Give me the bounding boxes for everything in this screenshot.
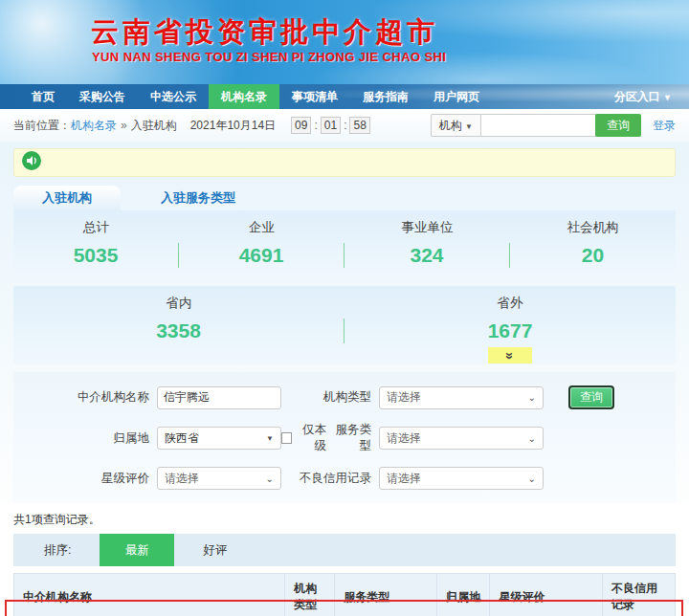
stat-label: 省内 [13, 295, 344, 312]
speaker-icon[interactable] [22, 151, 41, 174]
col-credit-record: 不良信用记录 [602, 574, 675, 616]
service-type-select[interactable]: 请选择 ⌄ [379, 427, 544, 450]
nav-item-selection[interactable]: 中选公示 [138, 84, 209, 109]
tab-registered-institutions[interactable]: 入驻机构 [13, 186, 121, 210]
nav-item-directory[interactable]: 机构名录 [209, 84, 279, 109]
stat-label: 事业单位 [344, 219, 510, 236]
breadcrumb-link-directory[interactable]: 机构名录 [71, 118, 117, 134]
sort-option-rating[interactable]: 好评 [203, 542, 227, 559]
chevron-down-icon: ▼ [266, 434, 274, 443]
nav-item-guide[interactable]: 服务指南 [350, 84, 421, 109]
sort-bar: 排序: 最新 好评 [13, 534, 676, 566]
region-select[interactable]: 陕西省 ▼ [157, 427, 281, 450]
announcement-bar [13, 148, 676, 177]
nav-item-userpage[interactable]: 用户网页 [421, 84, 492, 109]
stat-label: 总计 [13, 219, 179, 236]
breadcrumb-separator: » [121, 119, 127, 132]
star-rating-select[interactable]: 请选择 ⌄ [157, 467, 281, 490]
stat-total: 总计 5035 [13, 219, 179, 268]
only-local-label: 仅本级 [296, 422, 326, 454]
main-nav: 首页 采购公告 中选公示 机构名录 事项清单 服务指南 用户网页 分区入口 ▼ [0, 84, 689, 109]
nav-item-procurement[interactable]: 采购公告 [67, 84, 138, 109]
org-type-value: 请选择 [387, 389, 421, 406]
filter-search-button[interactable]: 查询 [568, 385, 614, 409]
org-name-input[interactable] [157, 386, 281, 409]
chevron-down-icon: ⌄ [266, 473, 274, 484]
chevron-down-icon: ⌄ [528, 473, 536, 484]
col-service-type: 服务类型 [335, 574, 437, 616]
col-org-name: 中介机构名称 [14, 574, 285, 616]
stat-enterprise: 企业 4691 [179, 219, 344, 268]
results-table-wrap: 中介机构名称 机构类型 服务类型 归属地 星级评价 不良信用记录 信宇腾远规划设… [13, 573, 676, 616]
org-name-label: 中介机构名称 [13, 389, 157, 406]
zone-entry-menu[interactable]: 分区入口 ▼ [614, 84, 689, 109]
star-rating-label: 星级评价 [13, 471, 157, 487]
chevron-down-icon: ▼ [465, 122, 473, 131]
breadcrumb-current: 入驻机构 [131, 118, 177, 134]
double-chevron-down-icon: » [503, 352, 517, 360]
sort-label: 排序: [44, 542, 71, 559]
stat-value: 1677 [344, 319, 676, 343]
expand-toggle[interactable]: » [488, 347, 532, 363]
site-subtitle-pinyin: YUN NAN SHENG TOU ZI SHEN PI ZHONG JIE C… [92, 50, 446, 64]
col-org-type: 机构类型 [285, 574, 335, 616]
breadcrumb-bar: 当前位置： 机构名录 » 入驻机构 2021年10月14日 09 : 01 : … [0, 109, 689, 142]
filter-row-1: 中介机构名称 机构类型 请选择 ⌄ 查询 [13, 385, 676, 409]
service-type-label: 服务类型 [330, 422, 371, 454]
quick-search-button[interactable]: 查询 [595, 114, 641, 137]
results-table: 中介机构名称 机构类型 服务类型 归属地 星级评价 不良信用记录 信宇腾远规划设… [13, 573, 676, 616]
site-banner: 云南省投资审批中介超市 YUN NAN SHENG TOU ZI SHEN PI… [0, 0, 689, 84]
stats-panel-totals: 总计 5035 企业 4691 事业单位 324 社会机构 20 [13, 210, 676, 278]
region-label: 归属地 [13, 430, 157, 447]
service-type-group: 仅本级 服务类型 [281, 422, 379, 454]
clock-colon: : [314, 119, 317, 132]
credit-record-value: 请选择 [387, 471, 421, 487]
chevron-down-icon: ⌄ [528, 433, 536, 444]
breadcrumb-prefix: 当前位置： [13, 118, 71, 134]
filter-row-3: 星级评价 请选择 ⌄ 不良信用记录 请选择 ⌄ [13, 467, 676, 490]
login-link[interactable]: 登录 [653, 118, 676, 134]
clock-colon: : [344, 119, 346, 132]
stat-label: 省外 [344, 295, 676, 312]
nav-item-home[interactable]: 首页 [19, 84, 67, 109]
stat-social-institution: 社会机构 20 [510, 219, 676, 268]
search-category-label: 机构 [439, 119, 462, 132]
credit-record-select[interactable]: 请选择 ⌄ [379, 467, 544, 490]
quick-search-input[interactable] [481, 114, 596, 137]
org-type-select[interactable]: 请选择 ⌄ [379, 386, 544, 409]
search-category-dropdown[interactable]: 机构 ▼ [431, 114, 481, 137]
site-title: 云南省投资审批中介超市 [91, 13, 438, 52]
stat-out-province: 省外 1677 [344, 295, 676, 343]
stat-value: 3358 [13, 319, 344, 343]
stat-value: 20 [510, 243, 676, 268]
stat-value: 324 [344, 243, 510, 268]
directory-tabs: 入驻机构 入驻服务类型 [13, 186, 676, 210]
col-star-rating: 星级评价 [490, 574, 602, 616]
credit-record-label: 不良信用记录 [281, 471, 379, 487]
result-count: 共1项查询记录。 [13, 512, 676, 528]
star-rating-value: 请选择 [165, 471, 199, 487]
clock: 09 : 01 : 58 [291, 117, 370, 134]
tab-service-types[interactable]: 入驻服务类型 [161, 186, 235, 210]
region-value: 陕西省 [165, 430, 199, 447]
chevron-down-icon: ▼ [663, 93, 672, 102]
stat-value: 5035 [13, 243, 179, 268]
filter-form: 中介机构名称 机构类型 请选择 ⌄ 查询 归属地 陕西省 ▼ 仅本级 服务类型 … [13, 372, 676, 503]
filter-row-2: 归属地 陕西省 ▼ 仅本级 服务类型 请选择 ⌄ [13, 422, 676, 454]
stat-label: 社会机构 [510, 219, 676, 236]
zone-entry-label: 分区入口 [614, 90, 660, 103]
only-local-checkbox[interactable] [281, 432, 292, 444]
clock-minutes: 01 [321, 117, 341, 134]
nav-item-matters[interactable]: 事项清单 [279, 84, 350, 109]
current-date: 2021年10月14日 [190, 118, 276, 134]
stat-label: 企业 [179, 219, 344, 236]
chevron-down-icon: ⌄ [528, 392, 536, 403]
clock-seconds: 58 [349, 117, 369, 134]
quick-search: 机构 ▼ 查询 登录 [431, 114, 676, 137]
content-area: 入驻机构 入驻服务类型 总计 5035 企业 4691 事业单位 324 社会机… [0, 142, 689, 503]
sort-option-latest[interactable]: 最新 [100, 534, 174, 566]
stat-public-institution: 事业单位 324 [344, 219, 510, 268]
org-type-label: 机构类型 [281, 389, 379, 406]
clock-hours: 09 [291, 117, 311, 134]
col-region: 归属地 [437, 574, 490, 616]
